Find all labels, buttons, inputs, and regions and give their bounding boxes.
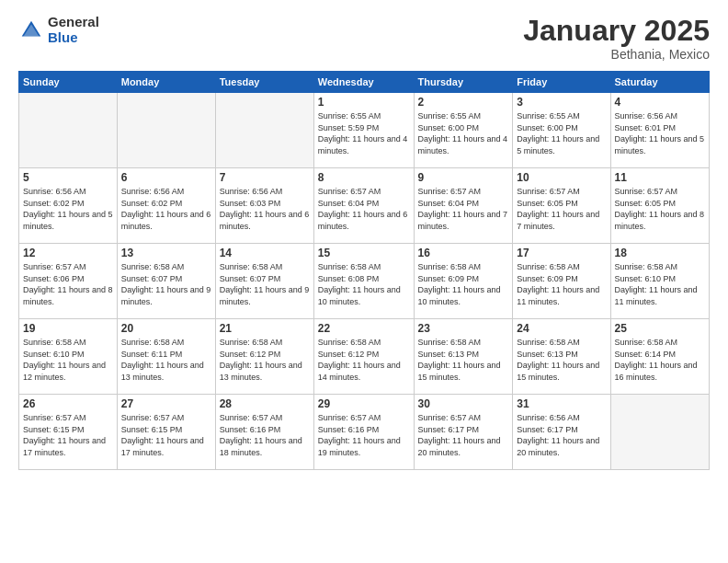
day-info: Sunrise: 6:57 AMSunset: 6:04 PMDaylight:… [418,186,509,232]
day-info: Sunrise: 6:58 AMSunset: 6:12 PMDaylight:… [318,337,410,383]
day-info: Sunrise: 6:55 AMSunset: 6:00 PMDaylight:… [517,110,606,156]
weekday-header: Wednesday [313,72,414,93]
day-number: 13 [121,247,211,259]
weekday-header: Tuesday [215,72,313,93]
calendar-cell [610,395,709,470]
header: General Blue January 2025 Bethania, Mexi… [18,15,710,62]
day-number: 1 [318,96,410,109]
day-number: 20 [121,322,211,335]
day-info: Sunrise: 6:55 AMSunset: 5:59 PMDaylight:… [318,110,410,156]
day-number: 25 [615,322,705,335]
calendar-week-row: 1Sunrise: 6:55 AMSunset: 5:59 PMDaylight… [19,93,710,168]
calendar-cell: 7Sunrise: 6:56 AMSunset: 6:03 PMDaylight… [215,168,313,244]
calendar-cell: 31Sunrise: 6:56 AMSunset: 6:17 PMDayligh… [513,395,610,470]
calendar-week-row: 26Sunrise: 6:57 AMSunset: 6:15 PMDayligh… [19,395,710,470]
calendar-week-row: 5Sunrise: 6:56 AMSunset: 6:02 PMDaylight… [19,168,710,244]
day-number: 14 [220,247,310,259]
day-number: 27 [121,397,211,410]
calendar-cell: 5Sunrise: 6:56 AMSunset: 6:02 PMDaylight… [19,168,118,244]
weekday-header: Monday [117,72,215,93]
day-number: 7 [220,171,310,184]
day-number: 26 [23,397,113,410]
day-number: 11 [615,171,705,184]
day-info: Sunrise: 6:58 AMSunset: 6:08 PMDaylight:… [318,261,410,307]
calendar-cell: 12Sunrise: 6:57 AMSunset: 6:06 PMDayligh… [19,244,118,319]
day-number: 6 [121,171,211,184]
day-info: Sunrise: 6:57 AMSunset: 6:06 PMDaylight:… [23,261,113,307]
calendar-cell: 9Sunrise: 6:57 AMSunset: 6:04 PMDaylight… [414,168,513,244]
logo-general-text: General [48,15,99,30]
day-number: 30 [418,397,509,410]
day-info: Sunrise: 6:57 AMSunset: 6:16 PMDaylight:… [220,412,310,458]
calendar-cell [215,93,313,168]
day-info: Sunrise: 6:58 AMSunset: 6:10 PMDaylight:… [23,337,113,383]
day-info: Sunrise: 6:58 AMSunset: 6:11 PMDaylight:… [121,337,211,383]
weekday-header: Sunday [19,72,118,93]
calendar-cell: 19Sunrise: 6:58 AMSunset: 6:10 PMDayligh… [19,319,118,395]
calendar-cell: 28Sunrise: 6:57 AMSunset: 6:16 PMDayligh… [215,395,313,470]
day-info: Sunrise: 6:58 AMSunset: 6:13 PMDaylight:… [418,337,509,383]
calendar-cell: 20Sunrise: 6:58 AMSunset: 6:11 PMDayligh… [117,319,215,395]
day-info: Sunrise: 6:57 AMSunset: 6:04 PMDaylight:… [318,186,410,232]
day-info: Sunrise: 6:58 AMSunset: 6:09 PMDaylight:… [517,261,606,307]
day-info: Sunrise: 6:57 AMSunset: 6:15 PMDaylight:… [23,412,113,458]
calendar-cell [117,93,215,168]
calendar-cell: 30Sunrise: 6:57 AMSunset: 6:17 PMDayligh… [414,395,513,470]
title-block: January 2025 Bethania, Mexico [523,15,710,62]
logo: General Blue [18,15,99,45]
page: General Blue January 2025 Bethania, Mexi… [0,0,728,563]
calendar-cell: 22Sunrise: 6:58 AMSunset: 6:12 PMDayligh… [313,319,414,395]
weekday-header: Friday [513,72,610,93]
calendar-cell: 8Sunrise: 6:57 AMSunset: 6:04 PMDaylight… [313,168,414,244]
calendar-cell: 16Sunrise: 6:58 AMSunset: 6:09 PMDayligh… [414,244,513,319]
weekday-header: Thursday [414,72,513,93]
day-number: 8 [318,171,410,184]
day-info: Sunrise: 6:57 AMSunset: 6:05 PMDaylight:… [615,186,705,232]
day-info: Sunrise: 6:55 AMSunset: 6:00 PMDaylight:… [418,110,509,156]
day-info: Sunrise: 6:57 AMSunset: 6:16 PMDaylight:… [318,412,410,458]
day-number: 21 [220,322,310,335]
day-info: Sunrise: 6:58 AMSunset: 6:07 PMDaylight:… [121,261,211,307]
day-number: 4 [615,96,705,109]
day-info: Sunrise: 6:58 AMSunset: 6:09 PMDaylight:… [418,261,509,307]
day-number: 31 [517,397,606,410]
calendar-cell: 2Sunrise: 6:55 AMSunset: 6:00 PMDaylight… [414,93,513,168]
day-number: 10 [517,171,606,184]
calendar-header-row: SundayMondayTuesdayWednesdayThursdayFrid… [19,72,710,93]
day-info: Sunrise: 6:58 AMSunset: 6:13 PMDaylight:… [517,337,606,383]
calendar-cell: 25Sunrise: 6:58 AMSunset: 6:14 PMDayligh… [610,319,709,395]
day-number: 3 [517,96,606,109]
calendar-cell: 24Sunrise: 6:58 AMSunset: 6:13 PMDayligh… [513,319,610,395]
day-info: Sunrise: 6:57 AMSunset: 6:15 PMDaylight:… [121,412,211,458]
day-info: Sunrise: 6:56 AMSunset: 6:02 PMDaylight:… [23,186,113,232]
day-info: Sunrise: 6:58 AMSunset: 6:14 PMDaylight:… [615,337,705,383]
day-number: 28 [220,397,310,410]
calendar-cell: 15Sunrise: 6:58 AMSunset: 6:08 PMDayligh… [313,244,414,319]
day-number: 17 [517,247,606,259]
calendar-cell: 26Sunrise: 6:57 AMSunset: 6:15 PMDayligh… [19,395,118,470]
day-number: 12 [23,247,113,259]
calendar-table: SundayMondayTuesdayWednesdayThursdayFrid… [18,71,710,470]
calendar-cell: 21Sunrise: 6:58 AMSunset: 6:12 PMDayligh… [215,319,313,395]
day-number: 16 [418,247,509,259]
calendar-week-row: 12Sunrise: 6:57 AMSunset: 6:06 PMDayligh… [19,244,710,319]
day-info: Sunrise: 6:56 AMSunset: 6:17 PMDaylight:… [517,412,606,458]
day-info: Sunrise: 6:57 AMSunset: 6:05 PMDaylight:… [517,186,606,232]
calendar-cell: 14Sunrise: 6:58 AMSunset: 6:07 PMDayligh… [215,244,313,319]
day-info: Sunrise: 6:56 AMSunset: 6:01 PMDaylight:… [615,110,705,156]
calendar-cell: 23Sunrise: 6:58 AMSunset: 6:13 PMDayligh… [414,319,513,395]
day-info: Sunrise: 6:56 AMSunset: 6:03 PMDaylight:… [220,186,310,232]
day-number: 29 [318,397,410,410]
day-number: 24 [517,322,606,335]
day-info: Sunrise: 6:56 AMSunset: 6:02 PMDaylight:… [121,186,211,232]
day-number: 15 [318,247,410,259]
location-title: Bethania, Mexico [523,47,710,62]
logo-icon [18,17,44,43]
day-number: 19 [23,322,113,335]
logo-blue-text: Blue [48,30,99,46]
calendar-cell: 1Sunrise: 6:55 AMSunset: 5:59 PMDaylight… [313,93,414,168]
day-info: Sunrise: 6:58 AMSunset: 6:10 PMDaylight:… [615,261,705,307]
day-number: 9 [418,171,509,184]
weekday-header: Saturday [610,72,709,93]
calendar-cell [19,93,118,168]
